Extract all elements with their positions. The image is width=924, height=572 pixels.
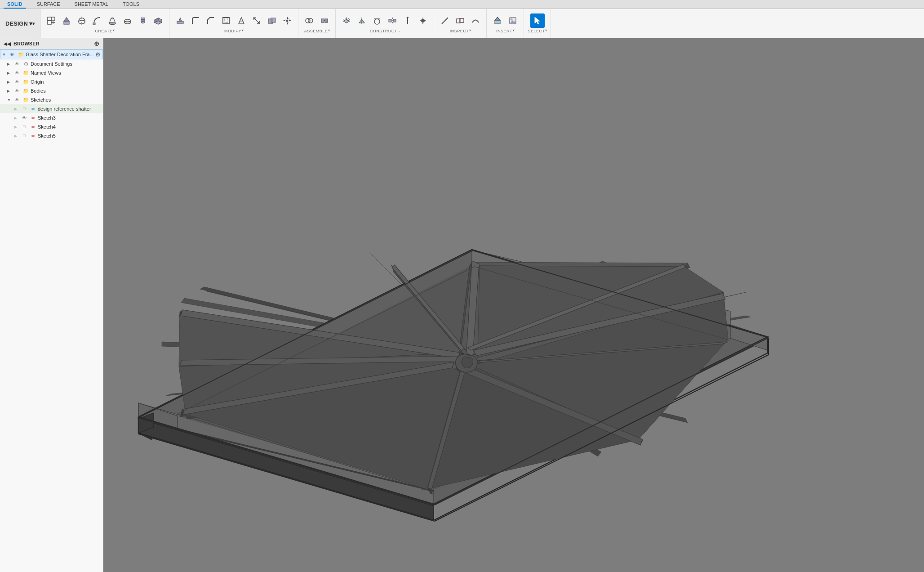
select-group-arrow[interactable]: ▾ [545, 28, 547, 32]
viewport[interactable] [103, 38, 924, 572]
svg-rect-66 [460, 19, 461, 22]
fillet-icon[interactable] [188, 13, 203, 28]
loft-icon[interactable] [105, 13, 120, 28]
tab-surface[interactable]: SURFACE [33, 0, 64, 9]
browser-collapse-btn[interactable]: ◀◀ [4, 41, 11, 46]
sketch4-eye-icon[interactable]: □ [21, 123, 28, 130]
inspect-group-arrow[interactable]: ▾ [469, 28, 471, 32]
sketch3-label: Sketch3 [38, 115, 56, 121]
joint-icon[interactable] [302, 13, 316, 28]
sketches-label: Sketches [31, 97, 51, 103]
assemble-icons-row [302, 13, 332, 28]
svg-marker-35 [288, 19, 291, 21]
model-3d-svg [103, 38, 924, 572]
insert-icons-row [490, 13, 520, 28]
tab-bar: SOLID SURFACE SHEET METAL TOOLS [0, 0, 924, 9]
move-icon[interactable] [280, 13, 294, 28]
press-pull-icon[interactable] [173, 13, 187, 28]
draft-icon[interactable] [234, 13, 249, 28]
doc-arrow[interactable]: ▼ [2, 53, 8, 57]
modify-group-arrow[interactable]: ▾ [242, 28, 244, 32]
midplane-icon[interactable] [385, 13, 400, 28]
insert-group-arrow[interactable]: ▾ [513, 28, 515, 32]
design-button[interactable]: DESIGN ▾ [0, 9, 40, 38]
svg-line-29 [253, 18, 260, 24]
sketch4-label: Sketch4 [38, 124, 56, 130]
shell-icon[interactable] [219, 13, 233, 28]
document-root-item[interactable]: ▼ 👁 📁 Glass Shatter Decoration Fra... ⚙ [0, 49, 103, 59]
sketches-eye-icon[interactable]: 👁 [13, 96, 21, 103]
named-views-eye-icon[interactable]: 👁 [13, 69, 21, 76]
extrude-icon[interactable] [59, 13, 74, 28]
curvature-icon[interactable] [468, 13, 483, 28]
browser-title: BROWSER [13, 41, 39, 46]
browser-add-btn[interactable]: ⊕ [94, 40, 99, 47]
named-views-item[interactable]: ▶ 👁 📁 Named Views [0, 68, 103, 77]
axis-icon[interactable] [400, 13, 415, 28]
origin-item[interactable]: ▶ 👁 📁 Origin [0, 77, 103, 86]
svg-marker-32 [287, 17, 289, 20]
doc-options-icon[interactable]: ⚙ [95, 51, 101, 58]
point-icon[interactable] [416, 13, 430, 28]
svg-rect-67 [495, 20, 500, 24]
tab-tools[interactable]: TOOLS [119, 0, 143, 9]
sketch5-item[interactable]: ▶ □ ✏ Sketch5 [0, 131, 103, 140]
plane-at-angle-icon[interactable] [355, 13, 369, 28]
measure-icon[interactable] [438, 13, 452, 28]
sketches-arrow[interactable]: ▼ [7, 98, 13, 102]
chamfer-icon[interactable] [204, 13, 218, 28]
sketch3-eye-icon[interactable]: 👁 [21, 114, 28, 121]
sketch5-arrow[interactable]: ▶ [14, 134, 20, 138]
scale-icon[interactable] [249, 13, 264, 28]
thread-icon[interactable] [136, 13, 150, 28]
create-group-arrow[interactable]: ▾ [113, 28, 115, 32]
origin-folder-icon: 📁 [22, 78, 30, 85]
settings-arrow[interactable]: ▶ [7, 62, 13, 66]
interference-icon[interactable] [453, 13, 467, 28]
svg-point-17 [124, 21, 131, 24]
revolve-icon[interactable] [75, 13, 89, 28]
settings-gear-icon: ⚙ [22, 60, 30, 67]
offset-plane-icon[interactable] [339, 13, 354, 28]
sketch3-item[interactable]: ▶ 👁 ✏ Sketch3 [0, 113, 103, 122]
box-icon[interactable] [151, 13, 165, 28]
design-label: DESIGN ▾ [5, 20, 32, 27]
svg-marker-68 [495, 17, 500, 20]
design-ref-arrow[interactable]: ▶ [14, 107, 20, 111]
design-ref-item[interactable]: ▶ □ ✏ design reference shatter [0, 104, 103, 113]
select-icon[interactable] [530, 13, 545, 28]
new-component-icon[interactable] [44, 13, 58, 28]
design-ref-eye-icon[interactable]: □ [21, 105, 28, 112]
sketches-item[interactable]: ▼ 👁 📁 Sketches [0, 95, 103, 104]
sketch4-arrow[interactable]: ▶ [14, 125, 20, 129]
settings-eye-icon[interactable]: 👁 [13, 60, 21, 67]
document-settings-item[interactable]: ▶ 👁 ⚙ Document Settings [0, 59, 103, 68]
inspect-group-label: INSPECT [450, 29, 469, 33]
hole-icon[interactable] [120, 13, 135, 28]
decal-icon[interactable] [506, 13, 520, 28]
bodies-arrow[interactable]: ▶ [7, 89, 13, 93]
sketch4-item[interactable]: ▶ □ ✏ Sketch4 [0, 122, 103, 131]
origin-eye-icon[interactable]: 👁 [13, 78, 21, 85]
combine-icon[interactable] [265, 13, 279, 28]
assemble-group-arrow[interactable]: ▾ [328, 28, 330, 32]
svg-marker-6 [64, 18, 69, 21]
named-views-arrow[interactable]: ▶ [7, 71, 13, 75]
tab-sheet-metal[interactable]: SHEET METAL [71, 0, 112, 9]
bodies-item[interactable]: ▶ 👁 📁 Bodies [0, 86, 103, 95]
sketch3-arrow[interactable]: ▶ [14, 116, 20, 120]
doc-folder-icon: 📁 [18, 51, 25, 58]
sketch5-eye-icon[interactable]: □ [21, 132, 28, 139]
select-group-label: SELECT [528, 29, 545, 33]
doc-eye-icon[interactable]: 👁 [9, 51, 16, 58]
rigid-group-icon[interactable] [317, 13, 332, 28]
tab-solid[interactable]: SOLID [4, 0, 26, 9]
design-ref-sketch-icon: ✏ [30, 105, 37, 112]
modify-icons-row [173, 13, 294, 28]
svg-point-55 [421, 19, 425, 22]
tangent-plane-icon[interactable] [370, 13, 384, 28]
origin-arrow[interactable]: ▶ [7, 80, 13, 84]
insert-mesh-icon[interactable] [490, 13, 505, 28]
sweep-icon[interactable] [90, 13, 104, 28]
bodies-eye-icon[interactable]: 👁 [13, 87, 21, 94]
